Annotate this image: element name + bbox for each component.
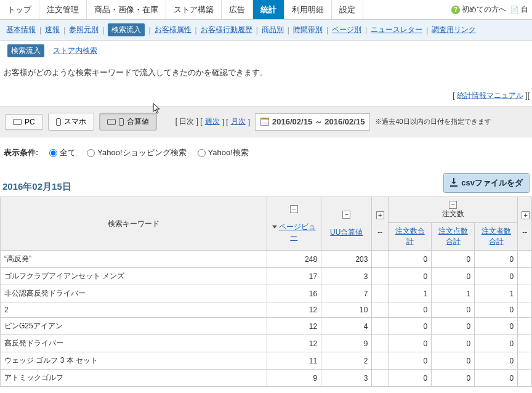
phone-icon <box>56 118 61 126</box>
link-auto[interactable]: 📄 自 <box>510 4 528 15</box>
btn-smartphone[interactable]: スマホ <box>48 113 94 131</box>
top-nav: トップ注文管理商品・画像・在庫ストア構築広告統計利用明細設定 ?初めての方へ 📄… <box>0 0 532 20</box>
sort-desc-icon <box>272 225 277 229</box>
toolbar: PC スマホ 合算値 [ 日次 ] [ 週次 ] [ 月次 ] 2016/02/… <box>0 106 532 137</box>
subnav-item-10[interactable]: 調査用リンク <box>432 25 476 35</box>
cell-keyword: 2 <box>1 302 267 318</box>
thirdnav-item-1[interactable]: ストア内検索 <box>53 46 97 56</box>
cell-ord3: 0 <box>475 302 518 318</box>
cell-ord3: 0 <box>475 335 518 352</box>
table-row: アトミックゴルフ93000 <box>1 370 532 387</box>
cell-pv: 16 <box>267 285 321 302</box>
cell-uu: 7 <box>321 285 372 302</box>
radio-yshopping[interactable]: Yahoo!ショッピング検索 <box>87 147 186 158</box>
link-weekly[interactable]: 週次 <box>205 116 220 127</box>
cell-blank <box>372 302 389 318</box>
th-expand-2[interactable]: +-- <box>518 197 532 251</box>
subnav-item-9[interactable]: ニュースレター <box>371 25 422 35</box>
tab-4[interactable]: 広告 <box>222 0 253 19</box>
btn-sum[interactable]: 合算値 <box>99 113 157 131</box>
cell-pv: 11 <box>267 352 321 370</box>
cell-ord3: 1 <box>475 285 518 302</box>
subnav-item-5[interactable]: お客様行動履歴 <box>201 25 252 35</box>
subnav-item-2[interactable]: 参照元別 <box>69 25 99 35</box>
minus-icon[interactable]: − <box>290 205 298 213</box>
subnav-item-1[interactable]: 速報 <box>45 25 60 35</box>
subnav-item-3[interactable]: 検索流入 <box>108 23 145 36</box>
cell-uu: 4 <box>321 318 372 335</box>
cell-ord3: 0 <box>475 352 518 370</box>
th-uu[interactable]: −UU合算値 <box>321 197 372 251</box>
btn-pc[interactable]: PC <box>5 114 43 130</box>
cell-ord3: 0 <box>475 268 518 285</box>
subnav-item-6[interactable]: 商品別 <box>262 25 284 35</box>
phone-icon <box>119 118 124 126</box>
tab-1[interactable]: 注文管理 <box>39 0 87 19</box>
cell-keyword: ウェッジ ゴルフ 3 本 セット <box>1 352 267 370</box>
cell-keyword: ゴルフクラブアイアンセット メンズ <box>1 268 267 285</box>
info-links: [ 統計情報マニュアル ][ <box>0 91 532 106</box>
th-order-items[interactable]: 注文点数合計 <box>432 223 475 251</box>
cell-uu: 3 <box>321 268 372 285</box>
th-keyword: 検索キーワード <box>1 197 267 251</box>
table-row: ウェッジ ゴルフ 3 本 セット112000 <box>1 352 532 370</box>
link-monthly[interactable]: 月次 <box>231 116 246 127</box>
download-icon <box>450 179 457 187</box>
plus-icon[interactable]: + <box>376 211 384 219</box>
date-note: ※過去40日以内の日付を指定できます <box>375 117 491 126</box>
subnav-item-8[interactable]: ページ別 <box>332 25 361 35</box>
minus-icon[interactable]: − <box>449 201 457 209</box>
cell-ord2: 0 <box>432 352 475 370</box>
tab-5[interactable]: 統計 <box>253 0 284 19</box>
th-pageview[interactable]: −ページビュー <box>267 197 321 251</box>
thirdnav-item-0[interactable]: 検索流入 <box>7 44 44 57</box>
cell-pv: 248 <box>267 251 321 268</box>
radio-all[interactable]: 全て <box>49 147 76 158</box>
cell-ord2: 0 <box>432 370 475 387</box>
radio-ysearch[interactable]: Yahoo!検索 <box>198 147 249 158</box>
filter-conditions: 表示条件: 全て Yahoo!ショッピング検索 Yahoo!検索 <box>0 137 532 168</box>
cell-ord2: 0 <box>432 302 475 318</box>
th-expand-1[interactable]: +-- <box>372 197 389 251</box>
cell-blank <box>518 302 532 318</box>
cell-pv: 12 <box>267 318 321 335</box>
btn-csv-download[interactable]: csvファイルをダ <box>443 173 530 193</box>
keyword-table: 検索キーワード −ページビュー −UU合算値 +-- −注文数 +-- 注文数合… <box>0 197 532 387</box>
cell-blank <box>518 285 532 302</box>
tab-7[interactable]: 設定 <box>332 0 363 19</box>
cell-uu: 2 <box>321 352 372 370</box>
th-order-users[interactable]: 注文者数合計 <box>475 223 518 251</box>
cell-blank <box>372 352 389 370</box>
tab-6[interactable]: 利用明細 <box>284 0 332 19</box>
cell-blank <box>518 352 532 370</box>
subnav-item-7[interactable]: 時間帯別 <box>293 25 323 35</box>
cell-uu: 10 <box>321 302 372 318</box>
cell-keyword: 非公認高反発ドライバー <box>1 285 267 302</box>
tab-3[interactable]: ストア構築 <box>166 0 222 19</box>
cell-uu: 3 <box>321 370 372 387</box>
period-selector: [ 日次 ] [ 週次 ] [ 月次 ] <box>175 116 250 127</box>
plus-icon[interactable]: + <box>522 211 530 219</box>
date-range-picker[interactable]: 2016/02/15 ～ 2016/02/15 <box>255 113 370 131</box>
cell-ord1: 0 <box>389 335 432 352</box>
cell-ord1: 0 <box>389 352 432 370</box>
link-stats-manual[interactable]: 統計情報マニュアル <box>457 91 523 100</box>
cell-ord3: 0 <box>475 370 518 387</box>
cell-ord1: 0 <box>389 370 432 387</box>
th-order-count[interactable]: 注文数合計 <box>389 223 432 251</box>
cell-blank <box>518 268 532 285</box>
cell-blank <box>518 335 532 352</box>
cell-ord1: 0 <box>389 251 432 268</box>
link-beginner[interactable]: ?初めての方へ <box>451 4 506 15</box>
cell-ord2: 1 <box>432 285 475 302</box>
minus-icon[interactable]: − <box>342 211 350 219</box>
cell-ord3: 0 <box>475 318 518 335</box>
subnav-item-0[interactable]: 基本情報 <box>6 25 36 35</box>
cell-blank <box>372 335 389 352</box>
cell-ord2: 0 <box>432 251 475 268</box>
tab-2[interactable]: 商品・画像・在庫 <box>87 0 166 19</box>
cell-blank <box>372 251 389 268</box>
tab-0[interactable]: トップ <box>0 0 39 19</box>
cell-keyword: 高反発ドライバー <box>1 335 267 352</box>
subnav-item-4[interactable]: お客様属性 <box>155 25 191 35</box>
